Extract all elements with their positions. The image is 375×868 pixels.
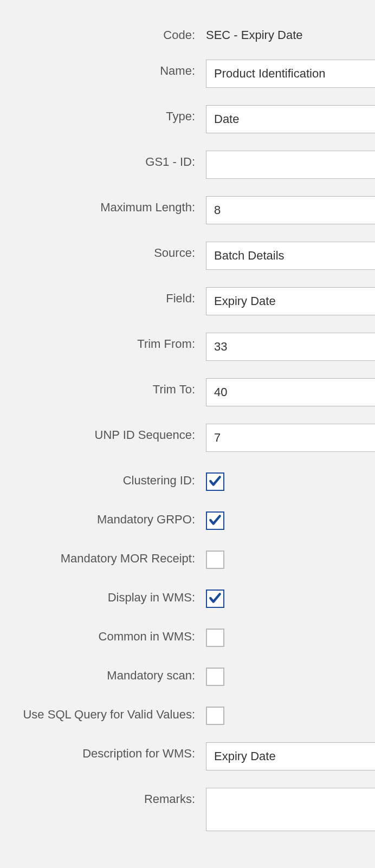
- checkbox-dispwms[interactable]: [206, 590, 224, 608]
- input-gs1[interactable]: [206, 151, 375, 179]
- label-name: Name:: [11, 57, 206, 78]
- row-gs1: GS1 - ID:: [11, 148, 375, 179]
- row-remarks: Remarks:: [11, 786, 375, 833]
- label-clustering: Clustering ID:: [11, 467, 206, 488]
- checkbox-clustering[interactable]: [206, 472, 224, 491]
- input-source[interactable]: [206, 242, 375, 270]
- row-trimfrom: Trim From:: [11, 331, 375, 361]
- input-maxlen[interactable]: [206, 196, 375, 224]
- label-commonwms: Common in WMS:: [11, 623, 206, 644]
- row-commonwms: Common in WMS:: [11, 623, 375, 649]
- label-unpseq: UNP ID Sequence:: [11, 422, 206, 442]
- textarea-remarks[interactable]: [206, 788, 375, 831]
- checkbox-mscan[interactable]: [206, 668, 224, 686]
- input-trimfrom[interactable]: [206, 333, 375, 361]
- check-icon: [208, 513, 222, 527]
- input-field[interactable]: [206, 287, 375, 315]
- row-unpseq: UNP ID Sequence:: [11, 422, 375, 452]
- row-sqlvalid: Use SQL Query for Valid Values:: [11, 701, 375, 727]
- row-name: Name:: [11, 57, 375, 88]
- row-clustering: Clustering ID:: [11, 467, 375, 493]
- check-icon: [208, 591, 222, 605]
- check-icon: [208, 474, 222, 488]
- label-trimto: Trim To:: [11, 376, 206, 397]
- input-trimto[interactable]: [206, 378, 375, 406]
- checkbox-commonwms[interactable]: [206, 629, 224, 647]
- label-gs1: GS1 - ID:: [11, 148, 206, 169]
- label-remarks: Remarks:: [11, 786, 206, 806]
- label-code: Code:: [11, 22, 206, 42]
- row-type: Type:: [11, 103, 375, 133]
- form-container: Code: SEC - Expiry Date Name: Type: GS1 …: [0, 0, 375, 833]
- checkbox-sqlvalid[interactable]: [206, 707, 224, 725]
- label-sqlvalid: Use SQL Query for Valid Values:: [11, 701, 206, 722]
- label-mscan: Mandatory scan:: [11, 662, 206, 683]
- row-mmor: Mandatory MOR Receipt:: [11, 545, 375, 571]
- label-type: Type:: [11, 103, 206, 124]
- value-code: SEC - Expiry Date: [206, 24, 375, 42]
- label-descwms: Description for WMS:: [11, 740, 206, 761]
- row-maxlen: Maximum Length:: [11, 194, 375, 224]
- row-mgrpo: Mandatory GRPO:: [11, 506, 375, 532]
- label-dispwms: Display in WMS:: [11, 584, 206, 605]
- label-source: Source:: [11, 239, 206, 260]
- row-code: Code: SEC - Expiry Date: [11, 22, 375, 42]
- row-mscan: Mandatory scan:: [11, 662, 375, 688]
- checkbox-mmor[interactable]: [206, 550, 224, 569]
- input-type[interactable]: [206, 105, 375, 133]
- checkbox-mgrpo[interactable]: [206, 511, 224, 530]
- row-field: Field:: [11, 285, 375, 315]
- row-source: Source:: [11, 239, 375, 270]
- label-mgrpo: Mandatory GRPO:: [11, 506, 206, 527]
- label-maxlen: Maximum Length:: [11, 194, 206, 215]
- row-descwms: Description for WMS:: [11, 740, 375, 770]
- input-unpseq[interactable]: [206, 424, 375, 452]
- label-mmor: Mandatory MOR Receipt:: [11, 545, 206, 566]
- label-field: Field:: [11, 285, 206, 306]
- label-trimfrom: Trim From:: [11, 331, 206, 351]
- row-dispwms: Display in WMS:: [11, 584, 375, 610]
- input-name[interactable]: [206, 60, 375, 88]
- row-trimto: Trim To:: [11, 376, 375, 406]
- input-descwms[interactable]: [206, 742, 375, 770]
